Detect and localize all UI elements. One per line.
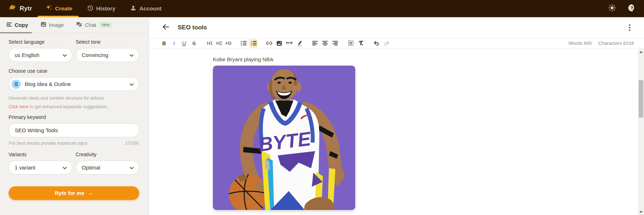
scroll-down-arrow[interactable] bbox=[638, 209, 644, 215]
creativity-select[interactable]: Optimal bbox=[76, 161, 140, 175]
tab-copy[interactable]: Copy bbox=[6, 17, 28, 33]
vertical-scrollbar[interactable] bbox=[638, 49, 644, 215]
tab-image[interactable]: Image bbox=[41, 17, 64, 33]
heading1-button[interactable]: H1 bbox=[206, 39, 214, 48]
scrollbar-thumb[interactable] bbox=[639, 80, 643, 118]
use-case-description: Generate ideas and content structure for… bbox=[9, 95, 139, 102]
language-value: us English bbox=[15, 52, 63, 58]
formatting-toolbar: B i U S H1 H2 H3 123 bbox=[149, 38, 644, 48]
theme-toggle-sun-icon[interactable] bbox=[608, 4, 616, 13]
clear-formatting-button[interactable] bbox=[357, 39, 365, 48]
variants-value: 1 variant bbox=[15, 164, 63, 171]
scroll-up-arrow[interactable] bbox=[638, 49, 644, 55]
svg-text:?: ? bbox=[630, 5, 633, 11]
variants-select[interactable]: 1 variant bbox=[9, 161, 72, 175]
rytr-logo-icon bbox=[9, 4, 16, 13]
sidebar-tabs: Copy Image Chat new bbox=[0, 17, 149, 33]
keyword-char-counter: 17/200 bbox=[125, 141, 139, 146]
strikethrough-button[interactable]: S bbox=[190, 39, 198, 48]
nav-history-label: History bbox=[96, 5, 115, 12]
tab-image-label: Image bbox=[49, 22, 64, 28]
heading2-button[interactable]: H2 bbox=[215, 39, 223, 48]
back-arrow-icon[interactable] bbox=[162, 24, 169, 31]
sidebar: Copy Image Chat new bbox=[0, 17, 149, 215]
document-stats: Words 945 Characters 6316 bbox=[569, 40, 635, 46]
rytr-brand[interactable]: Rytr bbox=[9, 4, 32, 13]
keyword-helper-text: For best results provide maximum input bbox=[9, 141, 87, 146]
use-case-value: Blog Idea & Outline bbox=[25, 81, 130, 87]
variants-label: Variants bbox=[9, 152, 72, 157]
sparkle-icon bbox=[46, 5, 52, 13]
history-clock-icon bbox=[87, 5, 93, 13]
nav-account-label: Account bbox=[139, 5, 161, 12]
tab-copy-label: Copy bbox=[15, 22, 28, 28]
bullet-list-button[interactable] bbox=[239, 39, 248, 48]
new-badge: new bbox=[99, 22, 112, 28]
undo-button[interactable] bbox=[372, 39, 381, 48]
keywords-suggestion-line: Click here to get enhanced keywords sugg… bbox=[9, 104, 139, 109]
link-button[interactable] bbox=[265, 39, 273, 48]
chat-bubble-icon bbox=[76, 22, 82, 28]
characters-count: 6316 bbox=[623, 40, 634, 46]
editor-content[interactable]: Kobe Bryant playing NBA bbox=[149, 48, 644, 215]
bold-button[interactable]: B bbox=[160, 39, 168, 48]
brand-name: Rytr bbox=[20, 5, 32, 12]
account-person-icon bbox=[130, 5, 136, 13]
svg-text:3: 3 bbox=[251, 44, 252, 46]
align-right-button[interactable] bbox=[331, 39, 339, 48]
chevron-down-icon bbox=[63, 52, 67, 58]
tone-select[interactable]: Convincing bbox=[76, 48, 140, 62]
help-icon[interactable]: ? bbox=[628, 4, 636, 14]
nav-create-label: Create bbox=[55, 5, 72, 12]
main-panel: SEO tools B i U S H1 H2 H3 123 bbox=[149, 17, 644, 215]
creativity-label: Creativity bbox=[76, 152, 140, 157]
kobe-bryant-illustration[interactable]: BYTE bbox=[213, 66, 355, 210]
characters-label: Characters bbox=[598, 40, 622, 46]
top-navbar: Rytr Create History Account ? bbox=[0, 0, 644, 17]
click-here-link[interactable]: Click here bbox=[9, 104, 29, 109]
rytr-app: Rytr Create History Account ? bbox=[0, 0, 644, 215]
numbered-list-button[interactable]: 123 bbox=[249, 39, 258, 48]
italic-button[interactable]: i bbox=[170, 39, 178, 48]
tab-chat-label: Chat bbox=[85, 22, 96, 28]
chevron-down-icon bbox=[130, 81, 134, 87]
primary-keyword-input[interactable] bbox=[9, 123, 139, 137]
highlight-pen-button[interactable] bbox=[295, 39, 303, 48]
words-count: 945 bbox=[584, 40, 592, 46]
cta-label: Ryte for me bbox=[55, 190, 84, 196]
primary-keyword-label: Primary keyword bbox=[9, 114, 139, 120]
creativity-value: Optimal bbox=[82, 164, 130, 171]
use-case-label: Choose use case bbox=[9, 68, 139, 74]
align-center-button[interactable] bbox=[321, 39, 329, 48]
sidebar-form: Select language us English Select tone C… bbox=[0, 33, 149, 200]
language-label: Select language bbox=[9, 39, 72, 45]
image-icon bbox=[41, 22, 46, 28]
ryte-for-me-button[interactable]: Ryte for me → bbox=[9, 186, 139, 200]
document-header: SEO tools bbox=[149, 17, 644, 38]
tab-chat[interactable]: Chat new bbox=[76, 17, 112, 33]
nav-item-history[interactable]: History bbox=[87, 0, 115, 17]
chevron-down-icon bbox=[63, 164, 67, 171]
chevron-down-icon bbox=[130, 52, 134, 58]
language-select[interactable]: us English bbox=[9, 48, 72, 62]
arrow-right-icon: → bbox=[88, 190, 93, 196]
tone-value: Convincing bbox=[82, 52, 130, 58]
underline-button[interactable]: U bbox=[180, 39, 188, 48]
link-suffix: to get enhanced keywords suggestions. bbox=[29, 104, 108, 109]
align-left-button[interactable] bbox=[311, 39, 319, 48]
image-caption-text[interactable]: Kobe Bryant playing NBA bbox=[213, 56, 644, 62]
blog-document-icon bbox=[11, 80, 21, 89]
blockquote-button[interactable]: ”” bbox=[285, 39, 293, 48]
insert-image-button[interactable] bbox=[275, 39, 283, 48]
copy-lines-icon bbox=[6, 22, 12, 28]
nav-item-create[interactable]: Create bbox=[46, 0, 72, 17]
more-options-icon[interactable] bbox=[627, 23, 633, 32]
chevron-down-icon bbox=[130, 164, 134, 171]
words-label: Words bbox=[569, 40, 582, 46]
tone-label: Select tone bbox=[76, 39, 140, 45]
select-all-button[interactable] bbox=[347, 39, 355, 48]
heading3-button[interactable]: H3 bbox=[224, 39, 233, 48]
nav-item-account[interactable]: Account bbox=[130, 0, 161, 17]
redo-button[interactable] bbox=[382, 39, 391, 48]
use-case-select[interactable]: Blog Idea & Outline bbox=[9, 77, 139, 91]
